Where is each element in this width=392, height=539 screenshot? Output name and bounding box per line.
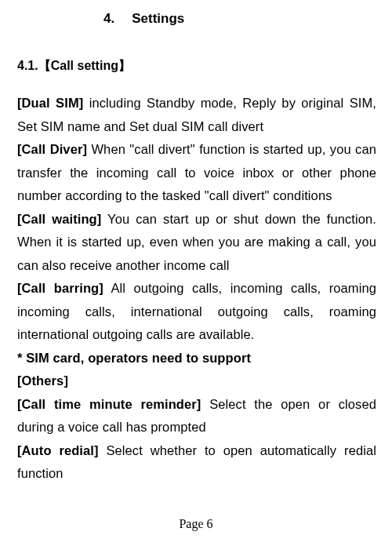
item-label: [Call time minute reminder] — [17, 397, 201, 411]
support-note: * SIM card, operators need to support — [17, 347, 376, 370]
chapter-number: 4. — [103, 11, 114, 27]
item-call-diver: [Call Diver] When "call divert" function… — [17, 138, 376, 208]
item-call-barring: [Call barring] All outgoing calls, incom… — [17, 277, 376, 347]
item-label: [Auto redial] — [17, 443, 99, 457]
document-body: [Dual SIM] including Standby mode, Reply… — [17, 92, 376, 486]
bracket-close: 】 — [118, 59, 131, 72]
item-call-waiting: [Call waiting] You can start up or shut … — [17, 208, 376, 278]
item-auto-redial: [Auto redial] Select whether to open aut… — [17, 439, 376, 486]
item-dual-sim: [Dual SIM] including Standby mode, Reply… — [17, 92, 376, 138]
item-label: [Call Diver] — [17, 142, 87, 156]
section-title: Call setting — [51, 59, 118, 72]
item-label: [Call waiting] — [17, 212, 101, 226]
page-footer: Page 6 — [0, 517, 392, 531]
chapter-heading: 4.Settings — [103, 11, 376, 27]
item-call-time-reminder: [Call time minute reminder] Select the o… — [17, 393, 376, 439]
section-heading: 4.1.【Call setting】 — [17, 58, 376, 75]
bracket-open: 【 — [38, 59, 51, 72]
item-label: [Call barring] — [17, 281, 103, 295]
document-page: 4.Settings 4.1.【Call setting】 [Dual SIM]… — [0, 0, 392, 539]
chapter-title: Settings — [132, 11, 184, 26]
section-number: 4.1. — [17, 59, 38, 72]
others-heading: [Others] — [17, 370, 376, 393]
item-label: [Dual SIM] — [17, 96, 83, 110]
